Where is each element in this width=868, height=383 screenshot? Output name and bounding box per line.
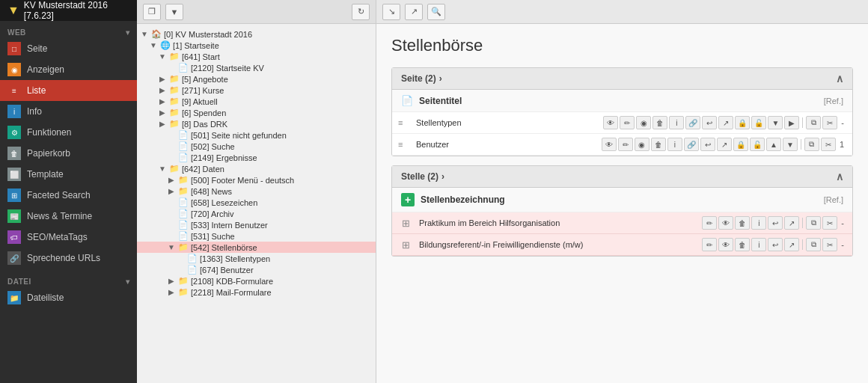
tree-node-n533[interactable]: 📄 [533] Intern Benutzer: [137, 219, 376, 230]
tree-toggle-n1[interactable]: ▼: [149, 41, 158, 49]
tree-node-n674[interactable]: 📄 [674] Benutzer: [137, 264, 376, 275]
sidebar-section-web-arrow[interactable]: ▾: [126, 28, 130, 37]
tree-toggle-n500[interactable]: ▶: [167, 176, 176, 184]
sidebar-item-info[interactable]: i Info: [0, 101, 137, 122]
sidebar-item-seo[interactable]: 🏷 SEO/MetaTags: [0, 227, 137, 248]
section-seite-collapse-icon[interactable]: ∧: [836, 73, 843, 85]
tree-toggle-n2108[interactable]: ▶: [167, 277, 176, 285]
content-export-button[interactable]: ↗: [405, 4, 423, 20]
stellentypen-hide-button[interactable]: ◉: [636, 116, 651, 129]
benutzer-eye-button[interactable]: 👁: [602, 138, 617, 151]
tree-node-n6[interactable]: ▶ 📁 [6] Spenden: [137, 107, 376, 118]
tree-toggle-n641[interactable]: ▼: [158, 52, 167, 61]
stellentypen-info-button[interactable]: i: [669, 116, 684, 129]
praktikum-copy-button[interactable]: ⧉: [806, 216, 821, 230]
benutzer-up-button[interactable]: ▲: [766, 138, 781, 151]
sidebar-item-liste[interactable]: ≡ Liste: [0, 80, 137, 101]
sidebar-item-template[interactable]: ⬜ Template: [0, 164, 137, 185]
praktikum-pencil-button[interactable]: ✏: [702, 216, 717, 230]
tree-toggle-n642[interactable]: ▼: [158, 165, 167, 173]
tree-toggle-n542[interactable]: ▼: [167, 243, 176, 251]
tree-node-n1[interactable]: ▼ 🌐 [1] Startseite: [137, 40, 376, 51]
tree-node-n2218[interactable]: ▶ 📁 [2218] Mail-Formulare: [137, 287, 376, 298]
stellentypen-trash-button[interactable]: 🗑: [652, 116, 667, 129]
tree-toggle-n5[interactable]: ▶: [158, 75, 167, 83]
praktikum-cut-button[interactable]: ✂: [822, 216, 837, 230]
tree-node-n531[interactable]: 📄 [531] Suche: [137, 230, 376, 242]
sidebar-item-dateiliste[interactable]: 📁 Dateiliste: [0, 287, 137, 308]
benutzer-undo-button[interactable]: ↩: [700, 138, 715, 151]
content-search-button[interactable]: 🔍: [427, 4, 445, 20]
bildungsreferent-export-button[interactable]: ↗: [784, 238, 799, 251]
stellentypen-link-button[interactable]: 🔗: [685, 116, 700, 129]
tree-toggle-n9[interactable]: ▶: [158, 97, 167, 105]
benutzer-cut-button[interactable]: ✂: [821, 138, 836, 151]
tree-toggle-n6[interactable]: ▶: [158, 108, 167, 117]
sidebar-item-funktionen[interactable]: ⚙ Funktionen: [0, 122, 137, 143]
benutzer-trash-button[interactable]: 🗑: [651, 138, 666, 151]
praktikum-info-button[interactable]: i: [751, 216, 766, 230]
benutzer-lock-button[interactable]: 🔒: [733, 138, 748, 151]
tree-node-n542[interactable]: ▼ 📁 [542] Stellenbörse: [137, 242, 376, 253]
tree-node-n658[interactable]: 📄 [658] Lesezeichen: [137, 197, 376, 208]
praktikum-export-button[interactable]: ↗: [784, 216, 799, 230]
stellentypen-undo-button[interactable]: ↩: [702, 116, 717, 129]
tree-node-n642[interactable]: ▼ 📁 [642] Daten: [137, 163, 376, 174]
tree-node-n5[interactable]: ▶ 📁 [5] Angebote: [137, 73, 376, 85]
benutzer-export-button[interactable]: ↗: [717, 138, 732, 151]
bildungsreferent-info-button[interactable]: i: [751, 238, 766, 251]
tree-toggle-root[interactable]: ▼: [140, 30, 149, 38]
benutzer-down-button[interactable]: ▼: [783, 138, 798, 151]
stellentypen-cut-button[interactable]: ✂: [822, 116, 837, 129]
bildungsreferent-undo-button[interactable]: ↩: [768, 238, 783, 251]
sidebar-item-papierkorb[interactable]: 🗑 Papierkorb: [0, 143, 137, 164]
content-import-button[interactable]: ↘: [382, 4, 400, 20]
stellentypen-export-button[interactable]: ↗: [718, 116, 733, 129]
benutzer-hide-button[interactable]: ◉: [635, 138, 650, 151]
stelle-add-button[interactable]: +: [401, 193, 415, 206]
stellentypen-pencil-button[interactable]: ✏: [620, 116, 635, 129]
praktikum-eye-button[interactable]: 👁: [718, 216, 733, 230]
tree-node-n648[interactable]: ▶ 📁 [648] News: [137, 186, 376, 197]
section-seite-header[interactable]: Seite (2) › ∧: [392, 68, 852, 90]
tree-node-n2108[interactable]: ▶ 📁 [2108] KDB-Formulare: [137, 275, 376, 287]
sidebar-item-news-termine[interactable]: 📰 News & Termine: [0, 206, 137, 227]
stellentypen-unlock-button[interactable]: 🔓: [751, 116, 766, 129]
sidebar-item-faceted-search[interactable]: ⊞ Faceted Search: [0, 185, 137, 206]
benutzer-unlock-button[interactable]: 🔓: [750, 138, 765, 151]
tree-node-n271[interactable]: ▶ 📁 [271] Kurse: [137, 85, 376, 96]
tree-refresh-button[interactable]: ↻: [352, 4, 370, 20]
benutzer-link-button[interactable]: 🔗: [684, 138, 699, 151]
section-stelle-header[interactable]: Stelle (2) › ∧: [392, 166, 852, 188]
benutzer-copy-button[interactable]: ⧉: [804, 138, 819, 151]
tree-node-n8[interactable]: ▶ 📁 [8] Das DRK: [137, 118, 376, 129]
tree-toggle-n2218[interactable]: ▶: [167, 288, 176, 296]
stellentypen-lock-button[interactable]: 🔒: [735, 116, 750, 129]
tree-node-n1363[interactable]: 📄 [1363] Stellentypen: [137, 253, 376, 264]
tree-toggle-n8[interactable]: ▶: [158, 120, 167, 128]
tree-node-n9[interactable]: ▶ 📁 [9] Aktuell: [137, 96, 376, 107]
stellentypen-right-button[interactable]: ▶: [784, 116, 799, 129]
tree-node-root[interactable]: ▼ 🏠 [0] KV Musterstadt 2016: [137, 28, 376, 40]
section-stelle-collapse-icon[interactable]: ∧: [836, 171, 843, 183]
stellentypen-copy-button[interactable]: ⧉: [806, 116, 821, 129]
bildungsreferent-cut-button[interactable]: ✂: [822, 238, 837, 251]
tree-toggle-n271[interactable]: ▶: [158, 86, 167, 94]
tree-node-n501[interactable]: 📄 [501] Seite nicht gefunden: [137, 129, 376, 141]
tree-node-n500[interactable]: ▶ 📁 [500] Footer Menü - deutsch: [137, 174, 376, 186]
tree-node-n2149[interactable]: 📄 [2149] Ergebnisse: [137, 152, 376, 163]
tree-toggle-n648[interactable]: ▶: [167, 187, 176, 195]
sidebar-item-anzeigen[interactable]: ◉ Anzeigen: [0, 59, 137, 80]
bildungsreferent-trash-button[interactable]: 🗑: [735, 238, 750, 251]
stellentypen-eye-button[interactable]: 👁: [603, 116, 618, 129]
benutzer-pencil-button[interactable]: ✏: [618, 138, 633, 151]
praktikum-trash-button[interactable]: 🗑: [735, 216, 750, 230]
praktikum-undo-button[interactable]: ↩: [768, 216, 783, 230]
tree-node-n2120[interactable]: 📄 [2120] Startseite KV: [137, 62, 376, 73]
sidebar-section-datei-arrow[interactable]: ▾: [126, 278, 130, 286]
tree-node-n720[interactable]: 📄 [720] Archiv: [137, 208, 376, 219]
bildungsreferent-copy-button[interactable]: ⧉: [806, 238, 821, 251]
tree-content[interactable]: ▼ 🏠 [0] KV Musterstadt 2016 ▼ 🌐 [1] Star…: [137, 24, 376, 383]
bildungsreferent-eye-button[interactable]: 👁: [718, 238, 733, 251]
stellentypen-down-button[interactable]: ▼: [768, 116, 783, 129]
